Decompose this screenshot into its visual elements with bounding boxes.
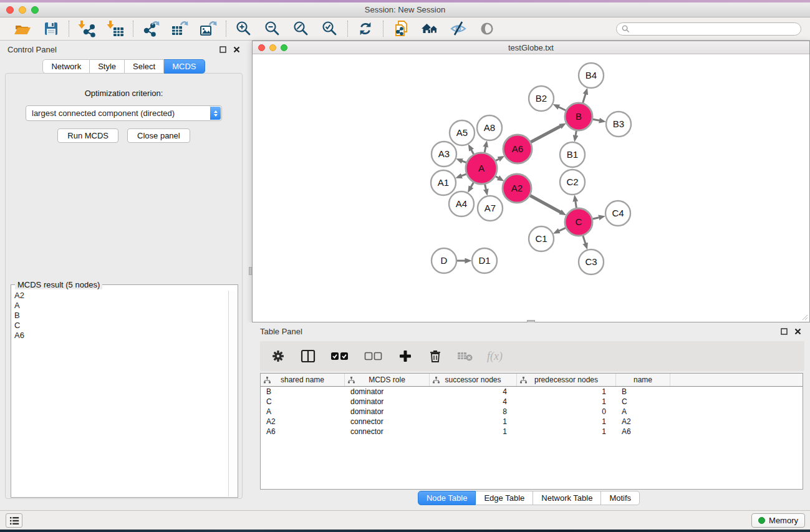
memory-button[interactable]: Memory xyxy=(751,513,805,528)
zoom-in-icon[interactable] xyxy=(234,19,254,38)
checked-columns-icon[interactable] xyxy=(330,348,350,364)
table-cell[interactable]: C xyxy=(261,397,345,406)
table-cell[interactable]: B xyxy=(261,387,345,396)
table-cell[interactable]: A2 xyxy=(261,417,345,426)
table-cell[interactable]: dominator xyxy=(345,407,430,416)
tab-network[interactable]: Network xyxy=(42,59,90,74)
import-network-icon[interactable] xyxy=(77,19,97,38)
table-cell[interactable]: 4 xyxy=(430,397,517,406)
tab-node-table[interactable]: Node Table xyxy=(418,491,476,505)
search-input[interactable] xyxy=(633,24,796,33)
table-cell[interactable]: dominator xyxy=(345,387,430,396)
table-cell[interactable]: 1 xyxy=(517,417,616,426)
table-cell[interactable]: 1 xyxy=(430,427,517,436)
zoom-selected-icon[interactable] xyxy=(320,19,340,38)
edge-C-C4[interactable] xyxy=(593,218,599,219)
table-row[interactable]: Cdominator41C xyxy=(261,397,803,407)
float-panel-icon[interactable] xyxy=(780,327,788,335)
result-list-item[interactable]: A xyxy=(12,301,228,311)
table-cell[interactable]: dominator xyxy=(345,397,430,406)
delete-table-icon[interactable] xyxy=(457,348,473,364)
delete-column-icon[interactable] xyxy=(427,348,443,364)
edge-C-C2[interactable] xyxy=(576,201,577,208)
table-cell[interactable]: 8 xyxy=(430,407,517,416)
column-header-MCDS-role[interactable]: MCDS role xyxy=(345,374,430,386)
network-window-titlebar[interactable]: testGlobe.txt xyxy=(253,41,809,54)
zoom-out-icon[interactable] xyxy=(263,19,282,38)
table-cell[interactable]: 4 xyxy=(430,387,517,396)
table-cell[interactable]: A xyxy=(261,407,345,416)
show-details-icon[interactable] xyxy=(477,19,497,38)
tab-edge-table[interactable]: Edge Table xyxy=(476,491,533,505)
hide-details-icon[interactable] xyxy=(448,19,468,38)
edge-A-A3[interactable] xyxy=(462,161,466,163)
network-graph[interactable]: AA1A2A3A4A5A6A7A8BB1B2B3B4CC1C2C3C4DD1 xyxy=(253,54,809,322)
edge-B-B3[interactable] xyxy=(593,119,600,120)
table-row[interactable]: A2connector11A2 xyxy=(261,417,803,427)
edge-B-B2[interactable] xyxy=(559,107,566,111)
edge-A-A6[interactable] xyxy=(496,159,499,161)
result-scrollbar[interactable] xyxy=(228,291,237,496)
table-cell[interactable]: 1 xyxy=(517,427,616,436)
table-cell[interactable]: connector xyxy=(345,427,430,436)
tab-mcds[interactable]: MCDS xyxy=(164,59,205,74)
edge-A-A8[interactable] xyxy=(485,147,486,152)
edge-C-C1[interactable] xyxy=(559,228,566,231)
window-resize-grip[interactable] xyxy=(801,313,808,321)
gear-icon[interactable] xyxy=(270,348,286,364)
close-panel-button[interactable]: Close panel xyxy=(127,128,190,143)
table-row[interactable]: Bdominator41B xyxy=(261,387,803,397)
open-file-icon[interactable] xyxy=(12,19,32,38)
table-cell[interactable]: connector xyxy=(345,417,430,426)
export-network-icon[interactable] xyxy=(141,19,161,38)
table-row[interactable]: Adominator80A xyxy=(261,407,803,417)
zoom-fit-icon[interactable] xyxy=(291,19,311,38)
edge-A-A2[interactable] xyxy=(496,177,499,178)
split-view-icon[interactable] xyxy=(300,348,316,364)
import-table-icon[interactable] xyxy=(105,19,125,38)
edge-A-A5[interactable] xyxy=(471,150,474,154)
search-field[interactable] xyxy=(616,22,801,36)
run-mcds-button[interactable]: Run MCDS xyxy=(57,128,118,143)
table-row[interactable]: A6connector11A6 xyxy=(261,427,803,437)
column-header-successor-nodes[interactable]: successor nodes xyxy=(430,374,517,386)
column-header-predecessor-nodes[interactable]: predecessor nodes xyxy=(517,374,616,386)
task-history-button[interactable] xyxy=(6,513,22,528)
column-header-name[interactable]: name xyxy=(616,374,670,386)
table-cell[interactable]: B xyxy=(616,387,670,396)
table-cell[interactable]: 1 xyxy=(517,397,616,406)
edge-A2-C[interactable] xyxy=(530,196,561,213)
result-list-item[interactable]: B xyxy=(12,311,228,321)
function-builder-icon[interactable]: f(x) xyxy=(487,350,503,363)
column-header-shared-name[interactable]: shared name xyxy=(261,374,345,386)
tab-style[interactable]: Style xyxy=(90,59,125,74)
result-list-item[interactable]: A6 xyxy=(12,331,228,341)
table-cell[interactable]: 1 xyxy=(430,417,517,426)
criterion-dropdown[interactable]: largest connected component (directed) xyxy=(26,105,222,121)
table-cell[interactable]: A6 xyxy=(616,427,670,436)
save-session-icon[interactable] xyxy=(41,19,61,38)
close-panel-icon[interactable] xyxy=(794,327,801,335)
network-canvas[interactable]: AA1A2A3A4A5A6A7A8BB1B2B3B4CC1C2C3C4DD1 xyxy=(253,54,809,322)
edge-C-C3[interactable] xyxy=(583,236,586,243)
table-cell[interactable]: A6 xyxy=(261,427,345,436)
tab-motifs[interactable]: Motifs xyxy=(601,491,640,505)
edge-B-B4[interactable] xyxy=(583,94,586,103)
export-table-icon[interactable] xyxy=(170,19,190,38)
unchecked-columns-icon[interactable] xyxy=(364,348,383,364)
table-cell[interactable]: 1 xyxy=(517,387,616,396)
float-panel-icon[interactable] xyxy=(219,46,226,53)
edge-A6-B[interactable] xyxy=(531,127,561,142)
clone-network-icon[interactable] xyxy=(391,19,411,38)
add-column-icon[interactable] xyxy=(397,348,413,364)
vertical-splitter-handle[interactable] xyxy=(249,267,252,275)
home-icon[interactable] xyxy=(420,19,440,38)
table-cell[interactable]: 0 xyxy=(517,407,616,416)
export-image-icon[interactable] xyxy=(198,19,218,38)
table-cell[interactable]: A2 xyxy=(616,417,670,426)
table-cell[interactable]: C xyxy=(616,397,670,406)
mcds-result-list[interactable]: A2ABCA6 xyxy=(12,291,228,496)
edge-B-B1[interactable] xyxy=(576,131,576,136)
tab-network-table[interactable]: Network Table xyxy=(533,491,601,505)
edge-A-A1[interactable] xyxy=(461,174,466,176)
